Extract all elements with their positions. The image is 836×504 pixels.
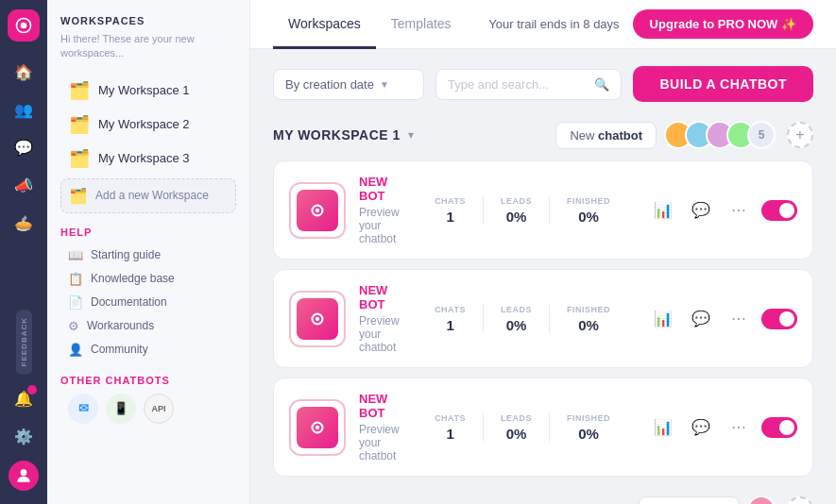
topbar-tabs: Workspaces Templates [273,1,467,48]
svg-point-4 [316,208,319,211]
bot-preview-2: Preview your chatbot [359,314,404,354]
add-workspace-label: Add a new Workspace [95,189,209,202]
help-item-starting-guide[interactable]: 📖 Starting guide [60,244,236,267]
new-chatbot-button-2[interactable]: New chatbot [639,496,740,505]
analytics-icon-3[interactable]: 📊 [648,412,678,443]
help-starting-guide-label: Starting guide [91,248,161,261]
main-content: Workspaces Templates Your trail ends in … [250,0,836,504]
avatar-2-1 [747,496,776,504]
help-item-community[interactable]: 👤 Community [60,338,236,361]
other-chatbots-title: OTHER CHATBOTS [60,375,236,386]
chats-value-1: 1 [446,209,453,225]
chat-action-icon-1[interactable]: 💬 [686,195,716,226]
sidebar-item-workspace1[interactable]: 🗂️ My Workspace 1 [60,75,236,107]
chevron-down-icon: ▼ [380,79,389,90]
help-documentation-label: Documentation [91,295,167,309]
stat-leads-3: LEADS 0% [484,413,550,442]
search-icon: 🔍 [594,77,609,92]
toggle-2[interactable] [761,309,797,329]
stat-finished-3: FINISHED 0% [550,413,627,442]
topbar-right: Your trail ends in 8 days Upgrade to PRO… [488,9,813,39]
bot-stats-1: CHATS 1 LEADS 0% FINISHED 0% [418,196,627,225]
bot-name-3: NEW BOT [359,392,404,420]
stat-chats-2: CHATS 1 [418,305,484,333]
add-member-button-1[interactable]: + [787,122,813,148]
icon-bar: 🏠 👥 💬 📣 🥧 FEEDBACK 🔔 ⚙️ [0,0,47,504]
help-item-documentation[interactable]: 📄 Documentation [60,291,236,314]
whatsapp-chatbot-button[interactable]: 📱 [106,394,136,424]
user-avatar[interactable] [9,461,39,491]
toggle-1[interactable] [761,200,797,221]
sidebar-item-workspace3[interactable]: 🗂️ My Workspace 3 [60,143,236,175]
workspace-1-chevron[interactable]: ▾ [408,128,414,142]
avatar-group-2 [747,496,776,504]
bot-actions-2: 📊 💬 ⋯ [648,304,797,334]
chat-action-icon-3[interactable]: 💬 [686,412,716,443]
gear-icon: ⚙ [68,319,79,333]
pie-chart-icon[interactable]: 🥧 [7,206,41,240]
logo[interactable] [8,9,40,42]
help-knowledge-base-label: Knowledge base [91,272,175,285]
workspaces-title: WORKSPACES [60,15,236,26]
api-chatbot-button[interactable]: API [144,394,174,424]
megaphone-icon[interactable]: 📣 [7,168,41,202]
add-workspace-button[interactable]: 🗂️ Add a new Workspace [60,178,236,213]
add-member-button-2[interactable]: + [787,496,813,504]
filter-label: By creation date [285,77,374,92]
svg-point-8 [316,425,319,428]
upgrade-button[interactable]: Upgrade to PRO NOW ✨ [633,9,813,39]
help-item-workarounds[interactable]: ⚙ Workarounds [60,314,236,338]
avatar-group-1: 5 [664,121,776,149]
chat-action-icon-2[interactable]: 💬 [686,304,716,334]
avatar-count: 5 [747,121,776,149]
sidebar-item-workspace2[interactable]: 🗂️ My Workspace 2 [60,109,236,141]
feedback-button[interactable]: FEEDBACK [16,310,32,374]
bot-info-2: NEW BOT Preview your chatbot [359,283,404,354]
svg-point-2 [21,469,27,476]
analytics-icon-1[interactable]: 📊 [648,195,678,226]
book-icon: 📖 [68,248,83,262]
more-icon-3[interactable]: ⋯ [724,412,754,443]
workspace1-label: My Workspace 1 [98,83,190,97]
sidebar: WORKSPACES Hi there! These are your new … [47,0,250,504]
trial-text: Your trail ends in 8 days [488,17,619,31]
new-chatbot-button-1[interactable]: New chatbot [555,122,657,149]
workspace-2-header: MY WORKSPACE 2 ▾ New chatbot + [273,496,813,504]
help-item-knowledge-base[interactable]: 📋 Knowledge base [60,267,236,291]
chatbot-bold-1: chatbot [598,128,642,143]
workspace-section-2: MY WORKSPACE 2 ▾ New chatbot + NEW BOT [273,496,813,504]
tab-templates[interactable]: Templates [376,1,467,49]
settings-icon[interactable]: ⚙️ [7,419,41,453]
person-icon: 👤 [68,343,83,357]
doc-icon: 📄 [68,295,83,310]
more-icon-2[interactable]: ⋯ [724,304,754,334]
finished-value-1: 0% [578,209,599,225]
bell-icon[interactable]: 🔔 [7,381,41,415]
workspace-1-header-right: New chatbot 5 + [555,121,813,149]
build-chatbot-button[interactable]: BUILD A CHATBOT [633,66,813,102]
svg-point-6 [316,316,319,320]
filter-bar: By creation date ▼ Type and search... 🔍 … [273,66,813,102]
workspace-2-header-right: New chatbot + [639,496,813,504]
search-box[interactable]: Type and search... 🔍 [435,69,622,100]
home-icon[interactable]: 🏠 [7,55,41,89]
stat-chats-3: CHATS 1 [418,413,484,442]
bot-card-2: NEW BOT Preview your chatbot CHATS 1 LEA… [273,269,813,368]
bot-info-1: NEW BOT Preview your chatbot [359,175,404,245]
help-title: HELP [60,227,236,238]
analytics-icon-2[interactable]: 📊 [648,304,678,334]
chat-icon[interactable]: 💬 [7,130,41,164]
content-area: By creation date ▼ Type and search... 🔍 … [250,49,836,504]
workspace-1-title: MY WORKSPACE 1 ▾ [273,127,414,143]
workspaces-desc: Hi there! These are your new workspaces.… [60,32,236,61]
bot-actions-3: 📊 💬 ⋯ [648,412,797,443]
messenger-chatbot-button[interactable]: ✉ [68,394,98,424]
users-icon[interactable]: 👥 [7,92,41,126]
bot-name-1: NEW BOT [359,175,404,203]
tab-workspaces[interactable]: Workspaces [273,1,376,49]
more-icon-1[interactable]: ⋯ [724,195,754,226]
filter-select[interactable]: By creation date ▼ [273,69,424,100]
toggle-3[interactable] [761,417,797,438]
workspace3-label: My Workspace 3 [98,151,190,165]
stat-finished-2: FINISHED 0% [550,305,627,333]
